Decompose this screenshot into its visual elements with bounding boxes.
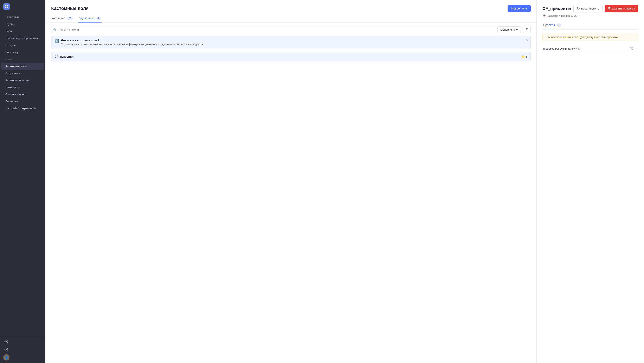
right-panel-actions: Восстановить Удалить навсегда (574, 5, 638, 12)
info-banner-title: Что такое кастомные поля? (61, 39, 527, 42)
search-input[interactable] (51, 26, 496, 33)
projects-tab[interactable]: Проекты 1 (542, 22, 562, 29)
trash-icon (608, 7, 611, 10)
projects-tab-badge: 1 (557, 24, 561, 27)
info-note: При восстановлении поле будет доступно в… (542, 33, 638, 41)
sort-button[interactable]: Обновлено ▾ (498, 27, 521, 33)
info-banner-close[interactable]: ✕ (525, 39, 528, 42)
right-panel-header: CF_приоритет Восстановить (542, 5, 638, 12)
sidebar-item-users[interactable]: Участники (1, 14, 44, 21)
filter-button[interactable] (523, 26, 531, 33)
ghost-icon: 👻 (542, 14, 546, 18)
project-num: #43 (576, 47, 581, 50)
projects-tabs: Проекты 1 (542, 22, 638, 30)
info-banner-desc: С помощью кастомных полей вы можете разм… (61, 43, 527, 46)
sidebar-item-custom-fields[interactable]: Кастомные поля (1, 63, 44, 70)
main-content: Кастомные поля Новое поле Активные 20 Уд… (46, 0, 644, 363)
svg-rect-3 (7, 7, 8, 8)
deleted-tab-badge: 1 (96, 17, 101, 20)
center-header: Кастомные поля Новое поле (46, 0, 536, 12)
sidebar-item-integrations[interactable]: Интеграции (1, 84, 44, 91)
right-panel: CF_приоритет Восстановить (537, 0, 644, 363)
new-field-button[interactable]: Новое поле (508, 5, 531, 12)
sidebar-item-global-permissions[interactable]: Глобальные разрешения (1, 35, 44, 42)
user-avatar[interactable]: 👤 (3, 354, 10, 360)
deleted-info: 👻 Удалено 4 июня в 13:28 (542, 14, 638, 18)
project-remove-icon[interactable]: — (635, 47, 638, 50)
sidebar-item-environments[interactable]: Окружения (1, 70, 44, 77)
sidebar: Участники Группы Роли Глобальные разреше… (0, 0, 46, 363)
restore-button[interactable]: Восстановить (574, 5, 602, 12)
field-list: CF_приоритет 📁 1 (46, 52, 536, 63)
field-item[interactable]: CF_приоритет 📁 1 (51, 52, 531, 61)
sidebar-item-layers[interactable]: Слои (1, 56, 44, 63)
delete-forever-label: Удалить навсегда (612, 7, 635, 10)
sort-label: Обновлено (500, 28, 515, 31)
filter-icon (525, 29, 528, 32)
search-filter-row: 🔍 Обновлено ▾ (46, 23, 536, 36)
sidebar-item-permissions-settings[interactable]: Настройки разрешений (1, 105, 44, 112)
info-banner: ℹ️ Что такое кастомные поля? С помощью к… (51, 36, 531, 49)
restore-label: Восстановить (581, 7, 599, 10)
sidebar-item-groups[interactable]: Группы (1, 21, 44, 28)
sidebar-item-roles[interactable]: Роли (1, 28, 44, 35)
sidebar-item-license[interactable]: Лицензия (1, 98, 44, 105)
project-row: проверка выгрузки полей #43 — (542, 45, 638, 53)
info-icon: ℹ️ (55, 39, 59, 43)
field-projects-count: 📁 1 (522, 55, 527, 58)
logo-area (0, 0, 46, 12)
tabs-row: Активные 20 Удалённые 1 (46, 12, 536, 23)
sidebar-bottom: 👤 (0, 336, 46, 363)
restore-icon (577, 7, 580, 10)
project-name: проверка выгрузки полей #43 (542, 47, 581, 50)
tab-deleted[interactable]: Удалённые 1 (78, 15, 102, 23)
sidebar-item-bug-categories[interactable]: Категории ошибок (1, 77, 44, 84)
page-title: Кастомные поля (51, 6, 89, 11)
sidebar-nav: Участники Группы Роли Глобальные разреше… (0, 12, 46, 336)
chevron-down-icon: ▾ (516, 28, 518, 31)
delete-forever-button[interactable]: Удалить навсегда (604, 5, 638, 12)
projects-tab-label: Проекты (543, 23, 555, 27)
sidebar-item-statuses[interactable]: Статусы (1, 42, 44, 49)
project-actions: — (630, 47, 638, 51)
folder-icon: 📁 (522, 55, 525, 58)
add-workspace-button[interactable] (3, 339, 9, 344)
svg-rect-0 (5, 5, 6, 7)
search-icon: 🔍 (53, 28, 57, 31)
sidebar-item-data-cleanup[interactable]: Очистка данных (1, 91, 44, 98)
app-logo (3, 3, 10, 10)
sidebar-item-workflow[interactable]: Воркфлоу (1, 49, 44, 56)
search-wrap: 🔍 (51, 26, 496, 33)
active-tab-badge: 20 (67, 17, 73, 20)
tab-active[interactable]: Активные 20 (51, 15, 74, 23)
svg-rect-2 (5, 7, 6, 8)
projects-count-label: 1 (526, 55, 527, 58)
svg-rect-1 (7, 5, 8, 7)
help-button[interactable] (3, 346, 9, 352)
center-panel: Кастомные поля Новое поле Активные 20 Уд… (46, 0, 537, 363)
project-history-icon[interactable] (630, 47, 633, 51)
info-text: Что такое кастомные поля? С помощью каст… (61, 39, 527, 46)
deleted-date: Удалено 4 июня в 13:28 (548, 14, 577, 17)
field-name: CF_приоритет (55, 55, 74, 58)
right-panel-title: CF_приоритет (542, 6, 572, 11)
